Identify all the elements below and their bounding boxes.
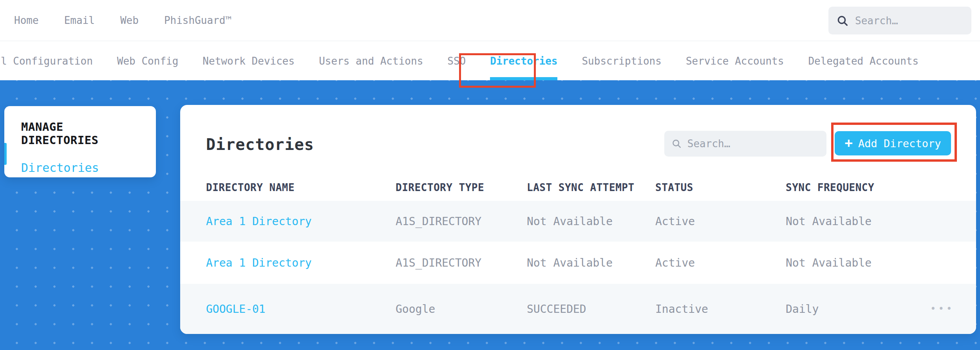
row-actions-cell: ••• (930, 303, 976, 314)
column-header-sync-frequency: SYNC FREQUENCY (786, 182, 930, 193)
status-cell: Active (655, 256, 786, 269)
column-header-directory-type: DIRECTORY TYPE (396, 182, 527, 193)
workspace-background: MANAGE DIRECTORIES Directories Directori… (0, 80, 980, 350)
search-icon (671, 138, 682, 150)
table-row[interactable]: Area 1 DirectoryA1S_DIRECTORYNot Availab… (180, 201, 976, 242)
tab-web-config[interactable]: Web Config (117, 41, 179, 80)
directory-name-link[interactable]: Area 1 Directory (206, 256, 396, 269)
directories-table: DIRECTORY NAMEDIRECTORY TYPELAST SYNC AT… (180, 174, 976, 334)
directory-type-cell: A1S_DIRECTORY (396, 215, 527, 228)
table-body: Area 1 DirectoryA1S_DIRECTORYNot Availab… (180, 201, 976, 334)
tab-directories[interactable]: Directories (490, 41, 557, 80)
last-sync-attempt-cell: Not Available (527, 215, 655, 228)
tab-delegated-accounts[interactable]: Delegated Accounts (808, 41, 919, 80)
column-header-status: STATUS (655, 182, 786, 193)
global-search-input[interactable] (855, 15, 964, 27)
nav-item-web[interactable]: Web (120, 14, 139, 26)
manage-directories-card: MANAGE DIRECTORIES Directories (4, 106, 156, 177)
table-row[interactable]: GOOGLE-01GoogleSUCCEEDEDInactiveDaily••• (180, 284, 976, 334)
last-sync-attempt-cell: Not Available (527, 256, 655, 269)
tab-service-accounts[interactable]: Service Accounts (686, 41, 784, 80)
directory-type-cell: Google (396, 303, 527, 316)
directories-search-input[interactable] (687, 138, 819, 150)
sync-frequency-cell: Not Available (786, 256, 930, 269)
status-cell: Active (655, 215, 786, 228)
column-header-last-sync-attempt: LAST SYNC ATTEMPT (527, 182, 655, 193)
sync-frequency-cell: Daily (786, 303, 930, 316)
add-directory-button[interactable]: + Add Directory (835, 131, 951, 155)
nav-item-home[interactable]: Home (14, 14, 39, 26)
plus-icon: + (845, 136, 853, 150)
tab-users-and-actions[interactable]: Users and Actions (319, 41, 423, 80)
last-sync-attempt-cell: SUCCEEDED (527, 303, 655, 316)
nav-item-phishguard[interactable]: PhishGuard™ (164, 14, 231, 26)
directories-search[interactable] (664, 131, 826, 157)
active-item-indicator (4, 143, 7, 165)
app-screen: HomeEmailWebPhishGuard™ l ConfigurationW… (0, 0, 980, 350)
status-cell: Inactive (655, 303, 786, 316)
secondary-nav: l ConfigurationWeb ConfigNetwork Devices… (0, 41, 980, 80)
tab-sso[interactable]: SSO (447, 41, 466, 80)
sync-frequency-cell: Not Available (786, 215, 930, 228)
search-icon (836, 14, 849, 27)
global-search[interactable] (828, 7, 971, 34)
card-title: MANAGE DIRECTORIES (21, 120, 139, 147)
directory-name-link[interactable]: Area 1 Directory (206, 215, 396, 228)
tab-network-devices[interactable]: Network Devices (203, 41, 295, 80)
row-menu-ellipsis-icon[interactable]: ••• (930, 303, 954, 314)
nav-item-email[interactable]: Email (64, 14, 95, 26)
tab-subscriptions[interactable]: Subscriptions (582, 41, 662, 80)
sidebar-item-directories[interactable]: Directories (21, 161, 139, 175)
table-row[interactable]: Area 1 DirectoryA1S_DIRECTORYNot Availab… (180, 242, 976, 284)
directories-panel: Directories + Add Directory DIRECTORY NA… (180, 105, 976, 334)
add-directory-label: Add Directory (858, 137, 941, 150)
column-header-directory-name: DIRECTORY NAME (206, 182, 396, 193)
table-header-row: DIRECTORY NAMEDIRECTORY TYPELAST SYNC AT… (180, 174, 976, 201)
page-title: Directories (206, 135, 314, 153)
tab-l-configuration[interactable]: l Configuration (1, 41, 93, 80)
directory-name-link[interactable]: GOOGLE-01 (206, 303, 396, 316)
directory-type-cell: A1S_DIRECTORY (396, 256, 527, 269)
